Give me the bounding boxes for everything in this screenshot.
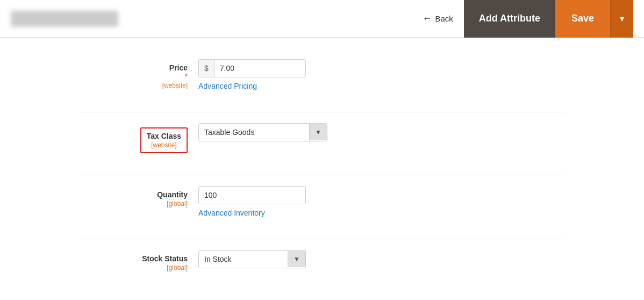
stock-status-label-col: Stock Status [global] [91,250,198,272]
stock-status-select-wrapper: In Stock Out of Stock ▼ [198,250,306,268]
stock-status-field-col: In Stock Out of Stock ▼ [198,250,553,268]
price-field-col: $ Advanced Pricing [198,59,553,90]
price-input[interactable] [214,60,290,77]
stock-status-arrow-icon: ▼ [294,255,300,263]
back-arrow-icon: ← [422,13,432,24]
tax-class-label-col: Tax Class [website] [91,123,198,153]
quantity-field-col: Advanced Inventory [198,186,553,217]
tax-class-arrow-icon: ▼ [315,128,321,136]
tax-class-label-box: Tax Class [website] [140,127,188,153]
tax-class-row: Tax Class [website] Taxable Goods None ▼ [80,118,564,159]
tax-class-select[interactable]: Taxable Goods None [199,124,309,141]
quantity-label-col: Quantity [global] [91,186,198,208]
quantity-scope: [global] [91,200,188,208]
tax-class-select-wrapper: Taxable Goods None ▼ [198,123,327,141]
separator-3 [80,239,564,239]
quantity-input[interactable] [198,186,306,204]
price-label: Price [91,63,188,72]
stock-status-row: Stock Status [global] In Stock Out of St… [80,245,564,277]
tax-class-field-col: Taxable Goods None ▼ [198,123,553,141]
save-button[interactable]: Save [555,0,610,38]
price-row: Price * [website] $ Advanced Pricing [80,54,564,96]
stock-status-scope: [global] [91,264,188,272]
price-required-star: * [185,72,188,81]
price-label-col: Price * [website] [91,59,198,89]
back-button[interactable]: ← Back [411,13,463,24]
logo [11,11,118,27]
tax-class-dropdown-arrow[interactable]: ▼ [309,124,327,140]
content: Price * [website] $ Advanced Pricing [0,38,644,300]
save-dropdown-arrow-icon: ▼ [618,15,626,23]
advanced-inventory-link[interactable]: Advanced Inventory [198,209,265,217]
price-scope: [website] [91,82,188,89]
tax-class-label: Tax Class [147,132,181,140]
save-dropdown-button[interactable]: ▼ [610,0,633,38]
add-attribute-button[interactable]: Add Attribute [464,0,555,38]
page-wrapper: ← Back Add Attribute Save ▼ Price * [web… [0,0,644,300]
save-button-group: Save ▼ [555,0,633,38]
price-input-wrapper: $ [198,59,306,77]
stock-status-label: Stock Status [91,254,188,263]
quantity-label: Quantity [91,190,188,199]
separator-2 [80,175,564,175]
stock-status-dropdown-arrow[interactable]: ▼ [288,251,305,267]
separator-1 [80,112,564,112]
form-section: Price * [website] $ Advanced Pricing [80,54,564,277]
stock-status-select[interactable]: In Stock Out of Stock [199,251,288,268]
advanced-pricing-link[interactable]: Advanced Pricing [198,82,257,90]
header: ← Back Add Attribute Save ▼ [0,0,644,38]
back-label: Back [435,14,453,23]
price-currency-symbol: $ [199,60,214,77]
tax-class-scope: [website] [147,141,181,149]
header-actions: ← Back Add Attribute Save ▼ [411,0,633,38]
quantity-row: Quantity [global] Advanced Inventory [80,181,564,223]
